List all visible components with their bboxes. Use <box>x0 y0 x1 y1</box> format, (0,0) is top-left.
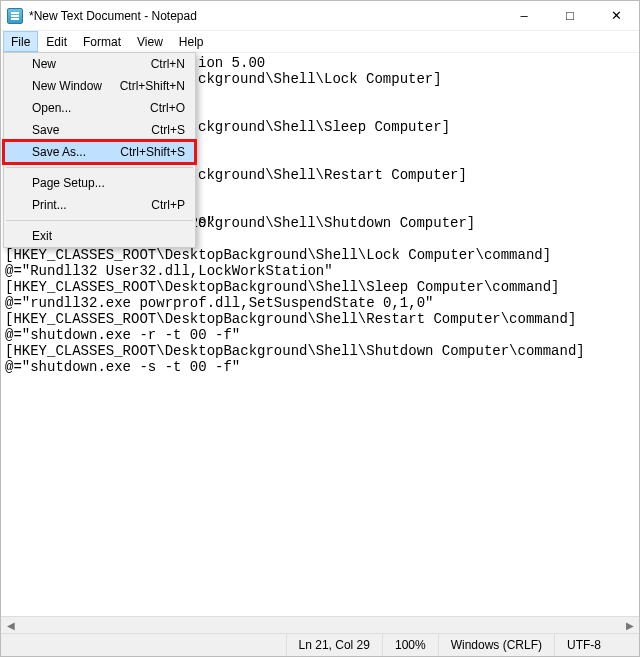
menu-item-shortcut: Ctrl+Shift+N <box>120 79 185 93</box>
menu-item-label: New <box>32 57 56 71</box>
status-line-ending: Windows (CRLF) <box>438 634 554 656</box>
menu-item-print[interactable]: Print...Ctrl+P <box>4 194 195 216</box>
menu-item-shortcut: Ctrl+S <box>151 123 185 137</box>
titlebar: *New Text Document - Notepad – □ ✕ <box>1 1 639 31</box>
document-line: @="shutdown.exe -s -t 00 -f" <box>5 359 240 375</box>
document-line: @="Rundll32 User32.dll,LockWorkStation" <box>5 263 333 279</box>
menu-item-label: Page Setup... <box>32 176 105 190</box>
maximize-button[interactable]: □ <box>547 1 593 30</box>
notepad-icon <box>7 8 23 24</box>
menu-view[interactable]: View <box>129 31 171 52</box>
horizontal-scrollbar[interactable]: ◀ ▶ <box>1 616 639 633</box>
status-position: Ln 21, Col 29 <box>286 634 382 656</box>
window-buttons: – □ ✕ <box>501 1 639 30</box>
menu-item-label: New Window <box>32 79 102 93</box>
menu-edit[interactable]: Edit <box>38 31 75 52</box>
document-line: ion 5.00 <box>198 55 265 71</box>
menu-help[interactable]: Help <box>171 31 212 52</box>
menu-item-shortcut: Ctrl+O <box>150 101 185 115</box>
document-line: ckground\Shell\Restart Computer] <box>198 167 467 183</box>
menu-item-save-as[interactable]: Save As...Ctrl+Shift+S <box>4 141 195 163</box>
scroll-left-icon[interactable]: ◀ <box>3 620 18 631</box>
status-zoom: 100% <box>382 634 438 656</box>
close-button[interactable]: ✕ <box>593 1 639 30</box>
menu-item-shortcut: Ctrl+P <box>151 198 185 212</box>
menu-item-exit[interactable]: Exit <box>4 225 195 247</box>
menu-item-save[interactable]: SaveCtrl+S <box>4 119 195 141</box>
menu-separator <box>6 167 193 168</box>
menu-item-label: Save <box>32 123 59 137</box>
document-line: [HKEY_CLASSES_ROOT\DesktopBackground\She… <box>5 311 576 327</box>
menubar: File Edit Format View Help <box>1 31 639 53</box>
document-line: @="shutdown.exe -r -t 00 -f" <box>5 327 240 343</box>
menu-item-page-setup[interactable]: Page Setup... <box>4 172 195 194</box>
document-line: [HKEY_CLASSES_ROOT\DesktopBackground\She… <box>5 279 560 295</box>
document-line: ckground\Shell\Lock Computer] <box>198 71 442 87</box>
menu-item-label: Exit <box>32 229 52 243</box>
minimize-button[interactable]: – <box>501 1 547 30</box>
document-line: [HKEY_CLASSES_ROOT\DesktopBackground\She… <box>5 343 585 359</box>
document-line: [HKEY_CLASSES_ROOT\DesktopBackground\She… <box>5 247 551 263</box>
file-menu-dropdown: NewCtrl+NNew WindowCtrl+Shift+NOpen...Ct… <box>3 52 196 248</box>
menu-item-label: Open... <box>32 101 71 115</box>
window-title: *New Text Document - Notepad <box>29 9 501 23</box>
menu-item-label: Save As... <box>32 145 86 159</box>
menu-item-open[interactable]: Open...Ctrl+O <box>4 97 195 119</box>
menu-item-shortcut: Ctrl+Shift+S <box>120 145 185 159</box>
document-line: ckground\Shell\Sleep Computer] <box>198 119 450 135</box>
menu-file[interactable]: File <box>3 31 38 52</box>
document-line: ckground\Shell\Shutdown Computer] <box>198 215 475 231</box>
status-encoding: UTF-8 <box>554 634 639 656</box>
menu-separator <box>6 220 193 221</box>
menu-item-new[interactable]: NewCtrl+N <box>4 53 195 75</box>
scroll-right-icon[interactable]: ▶ <box>622 620 637 631</box>
menu-item-label: Print... <box>32 198 67 212</box>
menu-item-shortcut: Ctrl+N <box>151 57 185 71</box>
menu-format[interactable]: Format <box>75 31 129 52</box>
menu-item-new-window[interactable]: New WindowCtrl+Shift+N <box>4 75 195 97</box>
document-line: @="rundll32.exe powrprof.dll,SetSuspendS… <box>5 295 433 311</box>
status-spacer <box>1 634 286 656</box>
statusbar: Ln 21, Col 29 100% Windows (CRLF) UTF-8 <box>1 633 639 656</box>
